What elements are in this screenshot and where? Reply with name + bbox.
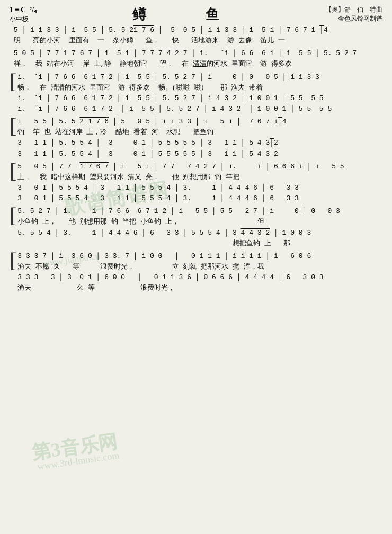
- arranger: 金色风铃网制谱: [325, 14, 382, 23]
- bracket-open-3: [: [10, 162, 16, 181]
- composer: 【奥】舒 伯 特曲: [325, 5, 382, 14]
- watermark-4: www.3rd-lmusic.com: [37, 450, 120, 472]
- section-7: [ 3 3 3 7 │ i 3 6 0 │ 3 3. 7 │ i 0 0 │ 0…: [10, 251, 382, 294]
- header-right: 【奥】舒 伯 特曲 金色风铃网制谱: [325, 5, 382, 23]
- bracket-row-2: [ i 5 5 │ 5. 5 2 1 7 6 │ 5 0 5 │ i i 3 3…: [10, 117, 382, 159]
- lyrics-6a: 小鱼钓 上， 他 别想用那 钓 竿把 小鱼钓 上， 但: [17, 217, 382, 227]
- lyrics-6b: 想把鱼钓 上 那: [17, 238, 382, 249]
- section-5: [ 5 0 5 │ 7 7 1 7 6 7 │ i 5 i │ 7 7 7 4 …: [10, 162, 382, 204]
- bracket-row-1: [ i. ˇi │ 7 6 6 6 1 7 2 │ i 5 5 │ 5. 5 2…: [10, 72, 382, 115]
- notation-6b: 5. 5 5 4 │ 3. 1 │ 4 4 4 6 │ 6 3 3 │ 5 5 …: [17, 228, 382, 238]
- tempo: 小中板: [10, 15, 37, 24]
- lyrics-3b: i. ˇi │ 7 6 6 6 1 7 2 │ i 5 5 │ 5. 5 2 7…: [17, 104, 382, 114]
- bracket-open-2: [: [10, 117, 16, 136]
- lyrics-5b: 3 0 1 │ 5 5 5 4 │ 3 1 1 │ 5 5 5 4 │ 3. 1…: [17, 193, 382, 204]
- notation-4a: i 5 5 │ 5. 5 2 1 7 6 │ 5 0 5 │ i i 3 3 │…: [17, 117, 382, 127]
- header-left: 1＝C ²/₄ 小中板: [10, 5, 37, 24]
- notation-7b: 3 3 3 3 │ 3 0 1 │ 6 0 0 │ 0 1 1 3 6 │ 0 …: [17, 272, 382, 283]
- lyrics-4b: 3 1 1 │ 5. 5 5 4 │ 3 0 1 │ 5 5 5 5 5 │ 3…: [17, 149, 382, 159]
- section-2: 5 0 5 │ 7 7 1 7 6 7 │ i 5 i │ 7 7 7 4 2 …: [10, 48, 382, 69]
- notation-5b: 3 0 1 │ 5 5 5 4 │ 3 1 1 │ 5 5 5 4 │ 3. 1…: [17, 183, 382, 193]
- lyrics-7a: 渔夫 不愿 久 等 浪费时光， 立 刻就 把那河水 搅 浑，我: [17, 262, 382, 272]
- notation-3a: i. ˇi │ 7 6 6 6 1 7 2 │ i 5 5 │ 5. 5 2 7…: [17, 72, 382, 83]
- bracket-content-3: 5 0 5 │ 7 7 1 7 6 7 │ i 5 i │ 7 7 7 4 2 …: [17, 162, 382, 204]
- song-title: 鳟 鱼: [37, 5, 325, 24]
- bracket-content-4: 5. 5 2 7 │ i. i │ 7 6 6 6 7 1 2 │ i 5 5 …: [17, 206, 382, 249]
- bracket-row-5: [ 3 3 3 7 │ i 3 6 0 │ 3 3. 7 │ i 0 0 │ 0…: [10, 251, 382, 294]
- lyrics-1: 明 亮的小河 里面有 一 条小鳟 鱼， 快 活地游来 游 去像 笛儿 一: [10, 35, 382, 46]
- section-1: 5 │ i i 3 3 │ i 5 5 │ 5. 5 21 7 6 │ 5 0 …: [10, 25, 382, 46]
- notation-5a: 5 0 5 │ 7 7 1 7 6 7 │ i 5 i │ 7 7 7 4 2 …: [17, 162, 382, 172]
- notation-2: 5 0 5 │ 7 7 1 7 6 7 │ i 5 i │ 7 7 7 4 2 …: [10, 48, 382, 59]
- lyrics-2: 样， 我 站在小河 岸 上,静 静地朝它 望， 在 清清的河水 里面它 游 得多…: [10, 59, 382, 69]
- bracket-open-4: [: [10, 206, 16, 225]
- notation-3b: i. ˇi │ 7 6 6 6 1 7 2 │ i 5 5 │ 5. 5 2 7…: [17, 93, 382, 104]
- music-content: 5 │ i i 3 3 │ i 5 5 │ 5. 5 21 7 6 │ 5 0 …: [10, 25, 382, 293]
- notation-1: 5 │ i i 3 3 │ i 5 5 │ 5. 5 21 7 6 │ 5 0 …: [10, 25, 382, 35]
- bracket-open-1: [: [10, 72, 16, 91]
- header: 1＝C ²/₄ 小中板 鳟 鱼 【奥】舒 伯 特曲 金色风铃网制谱: [10, 5, 382, 24]
- bracket-content-1: i. ˇi │ 7 6 6 6 1 7 2 │ i 5 5 │ 5. 5 2 7…: [17, 72, 382, 115]
- watermark-3: 第3音乐网: [30, 429, 119, 466]
- bracket-row-4: [ 5. 5 2 7 │ i. i │ 7 6 6 6 7 1 2 │ i 5 …: [10, 206, 382, 249]
- lyrics-7b: 渔夫 久 等 浪费时光，: [17, 283, 382, 293]
- section-3: [ i. ˇi │ 7 6 6 6 1 7 2 │ i 5 5 │ 5. 5 2…: [10, 72, 382, 115]
- lyrics-3a: 畅， 在 清清的河水 里面它 游 得多欢 畅。(嗞嗞 嗞） 那 渔夫 带着: [17, 83, 382, 93]
- bracket-row-3: [ 5 0 5 │ 7 7 1 7 6 7 │ i 5 i │ 7 7 7 4 …: [10, 162, 382, 204]
- notation-7a: 3 3 3 7 │ i 3 6 0 │ 3 3. 7 │ i 0 0 │ 0 1…: [17, 251, 382, 262]
- bracket-content-2: i 5 5 │ 5. 5 2 1 7 6 │ 5 0 5 │ i i 3 3 │…: [17, 117, 382, 159]
- notation-4b: 3 1 1 │ 5. 5 5 4 │ 3 0 1 │ 5 5 5 5 5 │ 3…: [17, 138, 382, 148]
- section-4: [ i 5 5 │ 5. 5 2 1 7 6 │ 5 0 5 │ i i 3 3…: [10, 117, 382, 159]
- key-signature: 1＝C ²/₄: [10, 5, 37, 15]
- bracket-open-5: [: [10, 251, 16, 270]
- lyrics-4a: 钓 竿 也 站在河岸 上，冷 酷地 看着 河 水想 把鱼钓: [17, 127, 382, 138]
- bracket-content-5: 3 3 3 7 │ i 3 6 0 │ 3 3. 7 │ i 0 0 │ 0 1…: [17, 251, 382, 294]
- page: 歌谱简谱网 www.jianpu.cn 第3音乐网 www.3rd-lmusic…: [0, 0, 392, 534]
- section-6: [ 5. 5 2 7 │ i. i │ 7 6 6 6 7 1 2 │ i 5 …: [10, 206, 382, 249]
- notation-6a: 5. 5 2 7 │ i. i │ 7 6 6 6 7 1 2 │ i 5 5 …: [17, 206, 382, 217]
- lyrics-5a: 上， 我 暗中这样期 望只要河水 清又 亮， 他 别想用那 钓 竿把: [17, 172, 382, 183]
